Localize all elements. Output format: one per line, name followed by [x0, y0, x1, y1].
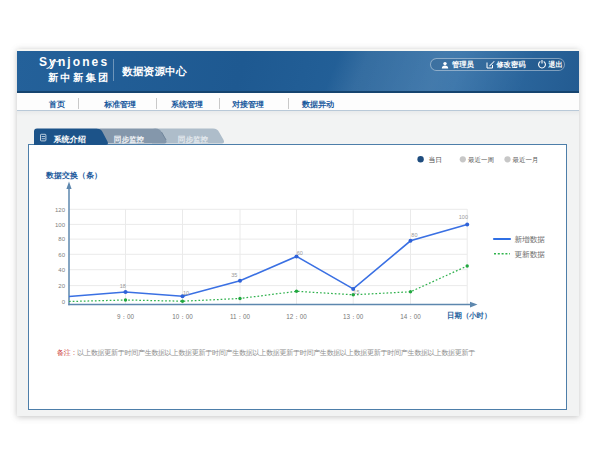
svg-text:100: 100 [55, 222, 66, 228]
svg-text:35: 35 [231, 272, 237, 278]
svg-text:当日: 当日 [429, 156, 443, 164]
svg-text:60: 60 [58, 252, 65, 258]
svg-text:11：00: 11：00 [230, 313, 250, 320]
svg-text:10: 10 [183, 290, 189, 296]
svg-text:系统介绍: 系统介绍 [53, 134, 86, 144]
svg-text:14：00: 14：00 [400, 313, 421, 320]
svg-text:13：00: 13：00 [343, 313, 364, 320]
svg-text:日期（小时）: 日期（小时） [447, 311, 491, 320]
svg-text:同步监控: 同步监控 [178, 135, 209, 144]
svg-text:最近一月: 最近一月 [513, 156, 539, 164]
svg-text:12：00: 12：00 [286, 313, 307, 320]
svg-text:9：00: 9：00 [117, 313, 134, 320]
svg-text:更新数据: 更新数据 [515, 250, 546, 259]
svg-text:0: 0 [62, 299, 66, 305]
svg-text:18: 18 [120, 283, 126, 289]
svg-text:20: 20 [58, 283, 65, 289]
svg-text:80: 80 [411, 232, 417, 238]
svg-text:10：00: 10：00 [172, 313, 193, 320]
svg-text:120: 120 [55, 207, 66, 213]
svg-text:同步监控: 同步监控 [114, 135, 145, 144]
svg-text:80: 80 [58, 236, 65, 242]
svg-text:新增数据: 新增数据 [515, 235, 546, 244]
svg-text:15: 15 [353, 289, 359, 295]
svg-text:数据交换（条）: 数据交换（条） [45, 171, 102, 180]
svg-text:最近一周: 最近一周 [468, 156, 494, 163]
svg-text:40: 40 [58, 267, 65, 273]
svg-text:60: 60 [297, 250, 303, 256]
svg-text:100: 100 [459, 214, 468, 220]
